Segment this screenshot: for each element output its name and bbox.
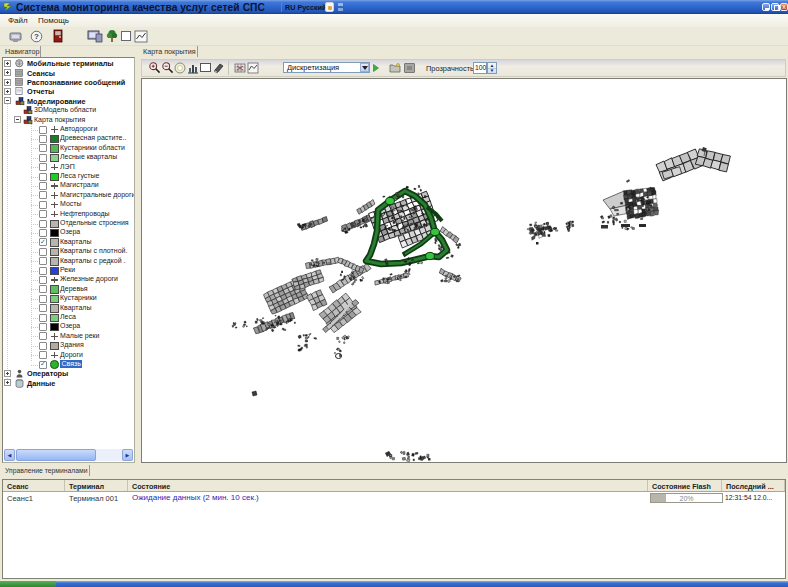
svg-text:?: ? xyxy=(34,32,39,41)
